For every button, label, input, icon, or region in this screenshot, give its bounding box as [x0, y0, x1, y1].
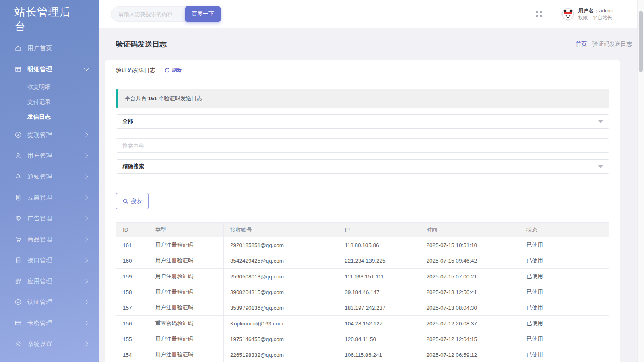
topbar: 百度一下	[99, 0, 644, 28]
cell-time: 2025-07-13 08:04:30	[420, 300, 520, 316]
sidebar-item[interactable]: 用户首页	[0, 38, 99, 59]
table-row: 154用户注册验证码2265198332@qq.com106.115.86.24…	[116, 347, 609, 362]
table-row: 160用户注册验证码3542429425@qq.com221.234.139.2…	[116, 253, 609, 269]
sidebar-subitem[interactable]: 支付记录	[0, 95, 99, 109]
alert-count: 161	[148, 95, 157, 101]
sidebar-item[interactable]: 通知管理	[0, 166, 99, 187]
sidebar-item[interactable]: 卡密管理	[0, 313, 99, 333]
cell-time: 2025-07-15 07:00:21	[420, 269, 520, 284]
table-row: 156重置密码验证码Koplimmail@163.com104.28.152.1…	[116, 316, 609, 331]
topbar-right: 用户名：admin 权限：平台站长	[535, 0, 620, 28]
cell-id: 155	[116, 331, 149, 347]
sidebar-subitem[interactable]: 发信日志	[0, 109, 99, 124]
log-card: 验证码发送日志 刷新 平台共有 161 个验证码发送日志 全部	[105, 60, 620, 362]
role-value: 平台站长	[593, 15, 612, 21]
chevron-right-icon	[83, 132, 88, 137]
sidebar-item[interactable]: 广告管理	[0, 208, 99, 229]
chevron-right-icon	[83, 258, 88, 262]
role-label: 权限：	[578, 15, 593, 21]
cell-account: 1975146455@qq.com	[224, 331, 338, 347]
cell-type: 用户注册验证码	[149, 253, 223, 269]
sidebar-item[interactable]: 商品管理	[0, 229, 99, 250]
breadcrumb-home-link[interactable]: 首页	[576, 41, 587, 48]
card-title: 验证码发送日志	[116, 67, 155, 74]
column-header-id: ID	[116, 223, 149, 237]
chevron-right-icon	[83, 300, 88, 304]
table-icon	[14, 66, 22, 73]
table-header-row: ID类型接收账号IP时间状态	[116, 223, 609, 237]
cell-type: 用户注册验证码	[149, 331, 223, 347]
refresh-icon	[164, 67, 170, 73]
role-line: 权限：平台站长	[578, 14, 613, 21]
user-menu[interactable]: 用户名：admin 权限：平台站长	[553, 0, 620, 28]
exact-search-value: 精确搜索	[122, 163, 144, 170]
search-button[interactable]: 搜索	[116, 193, 149, 209]
sidebar-item[interactable]: 应用管理	[0, 271, 99, 292]
chevron-down-icon	[598, 120, 603, 123]
cell-time: 2025-07-12 20:08:37	[420, 316, 520, 331]
type-filter-select[interactable]: 全部	[116, 114, 609, 129]
scrollbar-thumb[interactable]	[639, 11, 643, 72]
sidebar-item[interactable]: 用户管理	[0, 145, 99, 166]
cell-account: 3539790136@qq.com	[224, 300, 338, 316]
diamond-icon	[14, 215, 22, 222]
sidebar-item-label: 接口管理	[27, 257, 52, 264]
card-icon	[14, 319, 22, 327]
breadcrumb: 首页 验证码发送日志	[576, 41, 632, 48]
cell-id: 160	[116, 253, 149, 269]
column-header-time: 时间	[420, 223, 520, 237]
table-row: 159用户注册验证码2590508013@qq.com111.163.151.1…	[116, 269, 609, 284]
sidebar-item[interactable]: 云黑管理	[0, 187, 99, 208]
chevron-right-icon	[83, 341, 88, 346]
username-value: admin	[599, 8, 613, 14]
alert-suffix: 个验证码发送日志	[157, 95, 202, 101]
sidebar-item[interactable]: 接口管理	[0, 250, 99, 271]
cell-id: 156	[116, 316, 149, 331]
cell-time: 2025-07-12 06:59:12	[420, 347, 520, 362]
cell-status: 已使用	[520, 269, 609, 284]
cell-status: 已使用	[520, 347, 609, 362]
column-header-account: 接收账号	[224, 223, 338, 237]
cell-status: 已使用	[520, 300, 609, 316]
cell-id: 161	[116, 237, 149, 253]
app-window: 站长管理后台 用户首页明细管理收支明细支付记录发信日志提现管理用户管理通知管理云…	[0, 0, 644, 362]
sidebar-subitem[interactable]: 收支明细	[0, 80, 99, 95]
sidebar-item-label: 用户管理	[27, 152, 52, 160]
sidebar-item[interactable]: 明细管理	[0, 59, 99, 80]
refresh-button[interactable]: 刷新	[164, 67, 182, 74]
log-table: ID类型接收账号IP时间状态 161用户注册验证码2920185851@qq.c…	[116, 222, 609, 362]
baidu-search-button[interactable]: 百度一下	[185, 6, 221, 22]
cell-id: 154	[116, 347, 149, 362]
exact-search-select[interactable]: 精确搜索	[116, 159, 609, 174]
sidebar-item[interactable]: 提现管理	[0, 124, 99, 145]
cell-status: 已使用	[520, 316, 609, 331]
cell-account: 3908204315@qq.com	[224, 284, 338, 300]
chevron-right-icon	[83, 195, 88, 200]
fullscreen-icon[interactable]	[535, 10, 543, 19]
column-header-type: 类型	[149, 223, 223, 237]
keyword-input[interactable]	[116, 138, 609, 153]
sidebar-item-label: 系统设置	[27, 340, 52, 348]
cell-status: 已使用	[520, 331, 609, 347]
table-row: 155用户注册验证码1975146455@qq.com120.84.11.502…	[116, 331, 609, 347]
cell-ip: 104.28.152.127	[338, 316, 420, 331]
cell-account: 3542429425@qq.com	[224, 253, 338, 269]
search-button-label: 搜索	[131, 197, 142, 205]
sidebar-item[interactable]: 认证管理	[0, 292, 99, 313]
cell-type: 用户注册验证码	[149, 284, 223, 300]
cell-type: 用户注册验证码	[149, 237, 223, 253]
cell-status: 已使用	[520, 237, 609, 253]
topbar-search: 百度一下	[111, 6, 221, 22]
page-scrollbar	[637, 0, 644, 362]
cell-time: 2025-07-12 12:04:15	[420, 331, 520, 347]
cell-account: Koplimmail@163.com	[224, 316, 338, 331]
sidebar-item[interactable]: 系统设置	[0, 333, 99, 354]
type-filter-value: 全部	[122, 118, 133, 125]
cell-account: 2590508013@qq.com	[224, 269, 338, 284]
coin-icon	[14, 131, 22, 138]
cell-type: 用户注册验证码	[149, 347, 223, 362]
cell-time: 2025-07-13 12:50:41	[420, 284, 520, 300]
sidebar: 站长管理后台 用户首页明细管理收支明细支付记录发信日志提现管理用户管理通知管理云…	[0, 0, 99, 362]
card-header: 验证码发送日志 刷新	[105, 60, 620, 80]
sidebar-item-label: 云黑管理	[27, 194, 52, 202]
